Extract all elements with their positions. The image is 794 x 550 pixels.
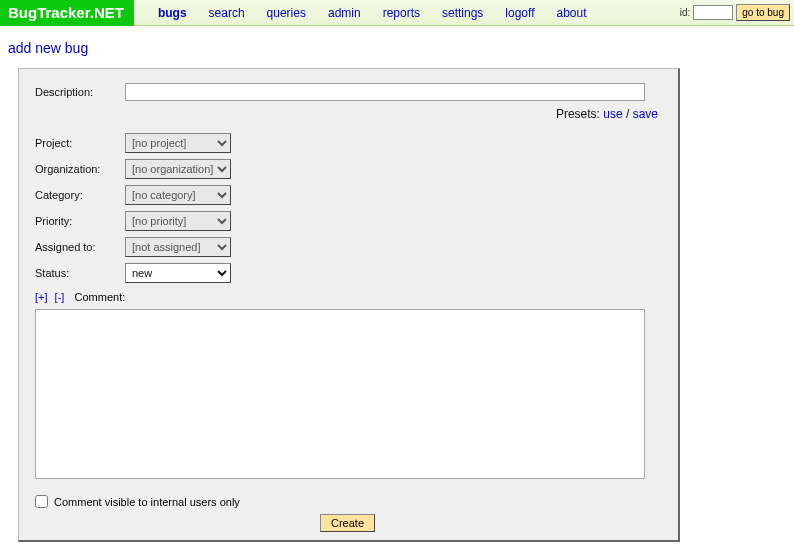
status-select[interactable]: new	[125, 263, 231, 283]
organization-select[interactable]: [no organization]	[125, 159, 231, 179]
category-select[interactable]: [no category]	[125, 185, 231, 205]
nav-bugs[interactable]: bugs	[148, 6, 197, 20]
visibility-row: Comment visible to internal users only	[35, 495, 660, 508]
nav-logoff[interactable]: logoff	[495, 6, 544, 20]
priority-select[interactable]: [no priority]	[125, 211, 231, 231]
presets-separator: /	[626, 107, 633, 121]
presets-label: Presets:	[556, 107, 600, 121]
nav-admin[interactable]: admin	[318, 6, 371, 20]
presets-row: Presets: use / save	[35, 107, 658, 121]
comment-bar: [+] [-] Comment:	[35, 291, 660, 303]
description-label: Description:	[35, 86, 125, 98]
create-row: Create	[35, 514, 660, 532]
presets-use-link[interactable]: use	[603, 107, 622, 121]
assigned-select[interactable]: [not assigned]	[125, 237, 231, 257]
nav-about[interactable]: about	[547, 6, 597, 20]
bug-form: Description: Presets: use / save Project…	[18, 68, 680, 542]
category-label: Category:	[35, 189, 125, 201]
visibility-checkbox[interactable]	[35, 495, 48, 508]
project-select[interactable]: [no project]	[125, 133, 231, 153]
project-label: Project:	[35, 137, 125, 149]
project-row: Project: [no project]	[35, 133, 660, 153]
assigned-label: Assigned to:	[35, 241, 125, 253]
organization-label: Organization:	[35, 163, 125, 175]
comment-label: Comment:	[75, 291, 126, 303]
comment-expand-link[interactable]: [+]	[35, 291, 48, 303]
organization-row: Organization: [no organization]	[35, 159, 660, 179]
priority-row: Priority: [no priority]	[35, 211, 660, 231]
app-logo: BugTracker.NET	[0, 0, 134, 26]
comment-textarea[interactable]	[35, 309, 645, 479]
id-area: id: go to bug	[680, 4, 790, 21]
nav-reports[interactable]: reports	[373, 6, 430, 20]
comment-collapse-link[interactable]: [-]	[55, 291, 65, 303]
presets-save-link[interactable]: save	[633, 107, 658, 121]
id-label: id:	[680, 7, 691, 18]
visibility-label: Comment visible to internal users only	[54, 496, 240, 508]
description-input[interactable]	[125, 83, 645, 101]
id-input[interactable]	[693, 5, 733, 20]
priority-label: Priority:	[35, 215, 125, 227]
status-label: Status:	[35, 267, 125, 279]
go-to-bug-button[interactable]: go to bug	[736, 4, 790, 21]
description-row: Description:	[35, 83, 660, 101]
status-row: Status: new	[35, 263, 660, 283]
category-row: Category: [no category]	[35, 185, 660, 205]
nav-settings[interactable]: settings	[432, 6, 493, 20]
assigned-row: Assigned to: [not assigned]	[35, 237, 660, 257]
create-button[interactable]: Create	[320, 514, 375, 532]
page-title: add new bug	[8, 40, 794, 56]
main-nav: bugs search queries admin reports settin…	[148, 6, 680, 20]
nav-queries[interactable]: queries	[257, 6, 316, 20]
top-bar: BugTracker.NET bugs search queries admin…	[0, 0, 794, 26]
nav-search[interactable]: search	[199, 6, 255, 20]
